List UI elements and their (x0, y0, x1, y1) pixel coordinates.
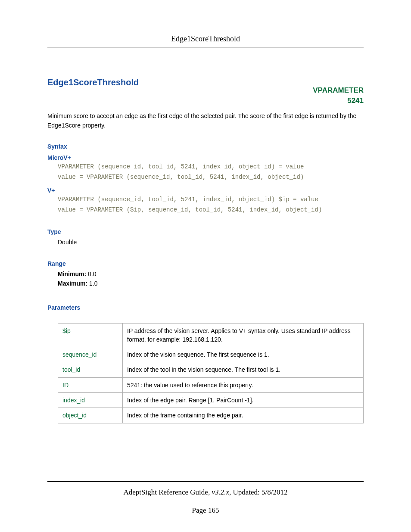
table-row: tool_idIndex of the tool in the vision s… (58, 362, 364, 377)
syntax-heading: Syntax (47, 143, 364, 150)
vparameter-badge: VPARAMETER 5241 (313, 85, 364, 106)
range-max: Maximum: 1.0 (58, 280, 364, 287)
param-name: sequence_id (58, 347, 123, 362)
vparameter-label: VPARAMETER (313, 85, 364, 96)
param-name: index_id (58, 393, 123, 408)
table-row: $ipIP address of the vision server. Appl… (58, 323, 364, 347)
microv-code: VPARAMETER (sequence_id, tool_id, 5241, … (58, 162, 364, 183)
param-desc: 5241: the value used to reference this p… (123, 377, 364, 392)
range-heading: Range (47, 260, 364, 267)
range-max-value: 1.0 (87, 280, 97, 287)
rule-bottom (47, 481, 364, 482)
footer-text: AdeptSight Reference Guide, v3.2.x, Upda… (47, 488, 364, 497)
footer: AdeptSight Reference Guide, v3.2.x, Upda… (47, 481, 364, 515)
param-name: $ip (58, 323, 123, 347)
rule-top (47, 47, 364, 47)
table-row: ID5241: the value used to reference this… (58, 377, 364, 392)
param-desc: Index of the edge pair. Range [1, PairCo… (123, 393, 364, 408)
range-min-value: 0.0 (86, 271, 96, 277)
vplus-code: VPARAMETER (sequence_id, tool_id, 5241, … (58, 195, 364, 215)
param-name: tool_id (58, 362, 123, 377)
param-name: ID (58, 377, 123, 392)
range-min: Minimum: 0.0 (58, 271, 364, 277)
footer-updated: , Updated: 5/8/2012 (229, 488, 288, 496)
param-name: object_id (58, 408, 123, 423)
parameters-table: $ipIP address of the vision server. Appl… (58, 323, 364, 423)
vparameter-id: 5241 (313, 96, 364, 106)
param-desc: Index of the frame containing the edge p… (123, 408, 364, 423)
header-topic: Edge1ScoreThreshold (47, 34, 364, 44)
vplus-label: V+ (47, 187, 364, 194)
range-min-label: Minimum: (58, 271, 86, 277)
type-value: Double (58, 239, 364, 246)
param-desc: Index of the tool in the vision sequence… (123, 362, 364, 377)
microv-label: MicroV+ (47, 154, 364, 161)
footer-version: , v3.2.x (208, 488, 229, 496)
type-heading: Type (47, 228, 364, 235)
param-desc: Index of the vision sequence. The first … (123, 347, 364, 362)
range-max-label: Maximum: (58, 280, 87, 287)
description-text: Minimum score to accept an edge as the f… (47, 112, 364, 130)
table-row: sequence_idIndex of the vision sequence.… (58, 347, 364, 362)
table-row: index_idIndex of the edge pair. Range [1… (58, 393, 364, 408)
table-row: object_idIndex of the frame containing t… (58, 408, 364, 423)
parameters-heading: Parameters (47, 304, 364, 311)
param-desc: IP address of the vision server. Applies… (123, 323, 364, 347)
footer-guide: AdeptSight Reference Guide (124, 488, 208, 496)
page-number: Page 165 (47, 506, 364, 515)
